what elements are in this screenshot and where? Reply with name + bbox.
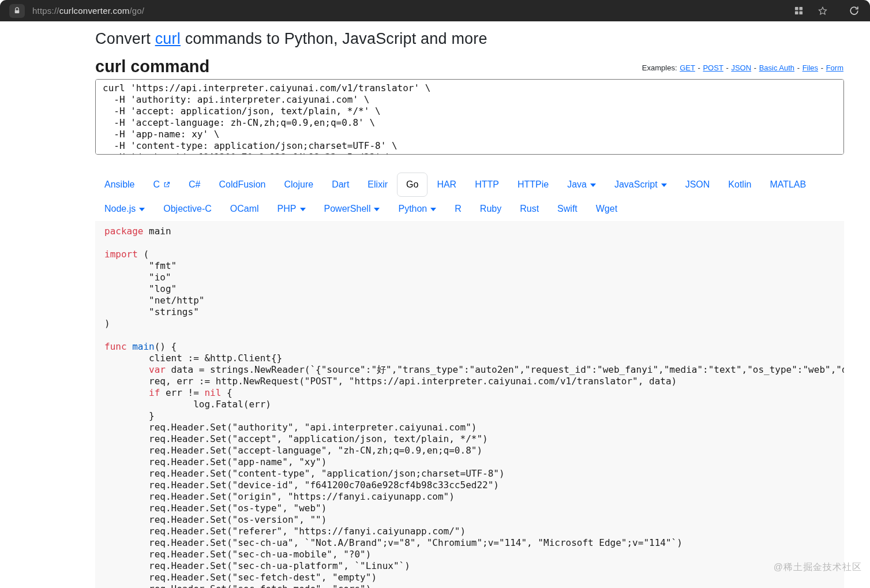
- curl-link[interactable]: curl: [155, 30, 181, 47]
- tab-label: Objective-C: [163, 202, 212, 216]
- caret-down-icon: [139, 208, 145, 211]
- examples-label: Examples:: [642, 63, 677, 72]
- titlebar-actions: [792, 4, 861, 18]
- tab-wget[interactable]: Wget: [587, 197, 627, 221]
- tab-label: C#: [189, 178, 200, 192]
- example-link-json[interactable]: JSON: [731, 63, 751, 72]
- tab-coldfusion[interactable]: ColdFusion: [210, 173, 275, 197]
- example-link-post[interactable]: POST: [703, 63, 723, 72]
- tab-label: HTTPie: [518, 178, 549, 192]
- tab-csharp[interactable]: C#: [179, 173, 209, 197]
- tab-label: PHP: [278, 202, 297, 216]
- curl-command-header: curl command Examples: GET - POST - JSON…: [95, 57, 844, 76]
- examples-row: Examples: GET - POST - JSON - Basic Auth…: [642, 63, 844, 76]
- tab-label: Clojure: [284, 178, 313, 192]
- url-path: /go/: [129, 6, 144, 16]
- caret-down-icon: [430, 208, 436, 211]
- tab-label: Node.js: [104, 202, 136, 216]
- example-link-form[interactable]: Form: [826, 63, 843, 72]
- apps-grid-icon[interactable]: [792, 4, 805, 18]
- tab-label: Dart: [332, 178, 349, 192]
- tab-ocaml[interactable]: OCaml: [221, 197, 268, 221]
- tab-http[interactable]: HTTP: [466, 173, 508, 197]
- tab-httpie[interactable]: HTTPie: [508, 173, 558, 197]
- url-scheme: https://: [32, 6, 59, 16]
- lock-icon[interactable]: [9, 4, 25, 18]
- tab-clojure[interactable]: Clojure: [275, 173, 322, 197]
- tab-kotlin[interactable]: Kotlin: [719, 173, 760, 197]
- tab-label: Ruby: [480, 202, 501, 216]
- tab-elixir[interactable]: Elixir: [358, 173, 397, 197]
- tab-label: Ansible: [104, 178, 134, 192]
- tab-label: Rust: [520, 202, 539, 216]
- tab-javascript[interactable]: JavaScript: [605, 173, 676, 197]
- tab-label: HTTP: [475, 178, 499, 192]
- tab-matlab[interactable]: MATLAB: [760, 173, 815, 197]
- bookmark-star-icon[interactable]: [816, 4, 830, 18]
- tab-powershell[interactable]: PowerShell: [315, 197, 389, 221]
- tab-label: R: [455, 202, 462, 216]
- tab-node-js[interactable]: Node.js: [95, 197, 154, 221]
- tab-label: Kotlin: [728, 178, 751, 192]
- caret-down-icon: [374, 208, 380, 211]
- tab-python[interactable]: Python: [389, 197, 445, 221]
- curl-input[interactable]: curl 'https://api.interpreter.caiyunai.c…: [95, 79, 844, 155]
- tab-objective-c[interactable]: Objective-C: [154, 197, 221, 221]
- url-host: curlconverter.com: [59, 6, 130, 16]
- tab-label: Elixir: [367, 178, 388, 192]
- example-link-basic-auth[interactable]: Basic Auth: [759, 63, 794, 72]
- tab-rust[interactable]: Rust: [511, 197, 548, 221]
- tab-r[interactable]: R: [445, 197, 471, 221]
- tab-label: JSON: [685, 178, 710, 192]
- refresh-icon[interactable]: [847, 4, 861, 18]
- tab-dart[interactable]: Dart: [322, 173, 358, 197]
- tab-label: ColdFusion: [219, 178, 266, 192]
- tab-swift[interactable]: Swift: [548, 197, 587, 221]
- tab-go[interactable]: Go: [397, 173, 427, 197]
- caret-down-icon: [300, 208, 306, 211]
- examples-links: GET - POST - JSON - Basic Auth - Files -…: [679, 63, 844, 72]
- tab-label: HAR: [437, 178, 456, 192]
- tab-label: Python: [398, 202, 427, 216]
- page-title: Convert curl commands to Python, JavaScr…: [95, 30, 844, 48]
- tab-label: Java: [567, 178, 587, 192]
- tab-label: JavaScript: [614, 178, 658, 192]
- external-link-icon: [163, 181, 170, 188]
- tab-label: C: [153, 178, 160, 192]
- caret-down-icon: [661, 183, 667, 187]
- tab-json[interactable]: JSON: [676, 173, 719, 197]
- tab-ansible[interactable]: Ansible: [95, 173, 144, 197]
- watermark: @稀土掘金技术社区: [774, 561, 862, 574]
- tab-label: Swift: [557, 202, 578, 216]
- language-tabs: AnsibleCC#ColdFusionClojureDartElixirGoH…: [95, 173, 844, 221]
- tab-har[interactable]: HAR: [427, 173, 466, 197]
- page-title-post: commands to Python, JavaScript and more: [181, 30, 487, 47]
- tab-ruby[interactable]: Ruby: [471, 197, 511, 221]
- example-link-get[interactable]: GET: [680, 63, 695, 72]
- tab-c[interactable]: C: [144, 173, 179, 197]
- tab-label: OCaml: [230, 202, 259, 216]
- generated-code: package main import ( "fmt" "io" "log" "…: [95, 221, 844, 588]
- page-title-pre: Convert: [95, 30, 155, 47]
- tab-java[interactable]: Java: [558, 173, 605, 197]
- caret-down-icon: [590, 183, 596, 187]
- browser-titlebar: https://curlconverter.com/go/: [0, 0, 870, 21]
- tab-label: Go: [406, 178, 418, 192]
- tab-label: Wget: [596, 202, 617, 216]
- section-title: curl command: [95, 57, 209, 76]
- tab-php[interactable]: PHP: [268, 197, 315, 221]
- url-bar[interactable]: https://curlconverter.com/go/: [32, 6, 144, 16]
- tab-label: PowerShell: [324, 202, 371, 216]
- tab-label: MATLAB: [770, 178, 806, 192]
- example-link-files[interactable]: Files: [802, 63, 818, 72]
- page-container: Convert curl commands to Python, JavaScr…: [95, 30, 844, 588]
